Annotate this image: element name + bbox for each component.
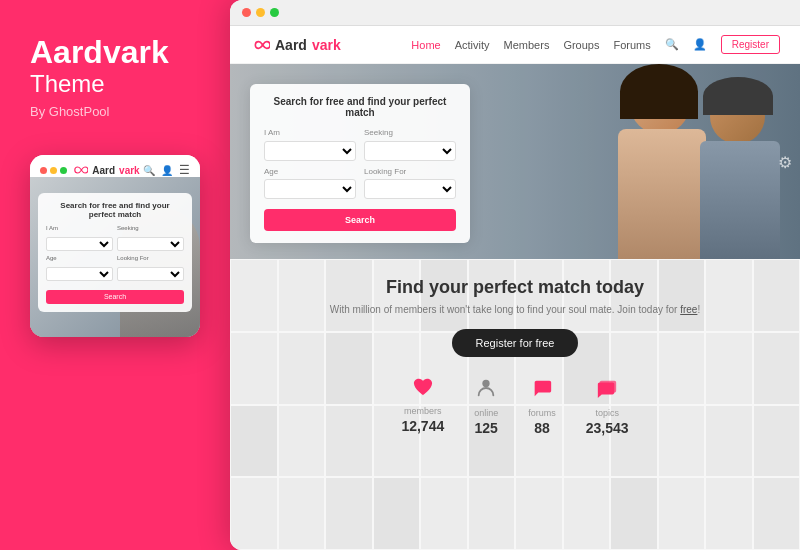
hero-looking-select[interactable] (364, 179, 456, 199)
brand-by: By GhostPool (30, 104, 110, 119)
desktop-nav-links: Home Activity Members Groups Forums 🔍 👤 … (411, 35, 780, 54)
hero-woman-hair (620, 64, 698, 119)
register-free-button[interactable]: Register for free (452, 329, 579, 357)
mobile-age-group: Age (46, 255, 113, 281)
mobile-window-controls (40, 167, 67, 174)
profile-cell (563, 477, 611, 550)
hero-section: Search for free and find your perfect ma… (230, 64, 800, 259)
mobile-nav-icons: 🔍 👤 ☰ (143, 163, 190, 177)
mobile-menu-icon[interactable]: ☰ (179, 163, 190, 177)
hero-man (695, 79, 785, 259)
mobile-hero: Search for free and find your perfect ma… (30, 177, 200, 337)
right-panel: Aardvark Home Activity Members Groups Fo… (230, 0, 800, 550)
desktop-infinity-icon (250, 39, 270, 51)
nav-link-groups[interactable]: Groups (563, 39, 599, 51)
profile-cell (420, 477, 468, 550)
mobile-i-am-group: I Am (46, 225, 113, 251)
hero-man-body (700, 141, 780, 259)
desktop-logo-black: Aard (275, 37, 307, 53)
stat-topics: topics 23,543 (586, 377, 629, 436)
mobile-looking-group: Looking For (117, 255, 184, 281)
topics-label: topics (595, 408, 619, 418)
lower-section: Find your perfect match today With milli… (230, 259, 800, 550)
user-icon (475, 377, 497, 404)
profile-cell (658, 477, 706, 550)
profile-cell (705, 477, 753, 550)
online-label: online (474, 408, 498, 418)
gear-icon[interactable]: ⚙ (778, 152, 792, 171)
profile-cell (610, 477, 658, 550)
profile-cell (230, 477, 278, 550)
browser-dot-red[interactable] (242, 8, 251, 17)
mobile-seeking-label: Seeking (117, 225, 184, 231)
svg-point-0 (483, 380, 490, 387)
hero-search-title: Search for free and find your perfect ma… (264, 96, 456, 118)
heart-icon (412, 377, 434, 402)
online-count: 125 (475, 420, 498, 436)
mobile-user-icon[interactable]: 👤 (161, 165, 173, 176)
hero-i-am-select[interactable] (264, 141, 356, 161)
mobile-top-bar: Aardvark 🔍 👤 ☰ (30, 155, 200, 177)
nav-link-members[interactable]: Members (504, 39, 550, 51)
mobile-search-icon[interactable]: 🔍 (143, 165, 155, 176)
mobile-seeking-select[interactable] (117, 237, 184, 251)
profile-cell (753, 477, 801, 550)
nav-register-button[interactable]: Register (721, 35, 780, 54)
nav-link-activity[interactable]: Activity (455, 39, 490, 51)
mobile-form-row-1: I Am Seeking (46, 225, 184, 251)
profile-cell (325, 477, 373, 550)
hero-search-button[interactable]: Search (264, 209, 456, 231)
mobile-looking-label: Looking For (117, 255, 184, 261)
mobile-infinity-icon (70, 165, 88, 175)
nav-link-forums[interactable]: Forums (613, 39, 650, 51)
forums-count: 88 (534, 420, 550, 436)
stat-online: online 125 (474, 377, 498, 436)
forums-label: forums (528, 408, 556, 418)
chat-icon (531, 377, 553, 404)
browser-chrome (230, 0, 800, 26)
mobile-logo-pink: vark (119, 165, 140, 176)
mobile-search-button[interactable]: Search (46, 290, 184, 304)
hero-age-group: Age (264, 167, 356, 200)
mobile-age-label: Age (46, 255, 113, 261)
hero-form-row-2: Age Looking For (264, 167, 456, 200)
desktop-nav: Aardvark Home Activity Members Groups Fo… (230, 26, 800, 64)
mobile-form-row-2: Age Looking For (46, 255, 184, 281)
mobile-looking-select[interactable] (117, 267, 184, 281)
mobile-i-am-select[interactable] (46, 237, 113, 251)
desktop-logo-pink: vark (312, 37, 341, 53)
hero-seeking-label: Seeking (364, 128, 456, 137)
hero-age-select[interactable] (264, 179, 356, 199)
members-count: 12,744 (401, 418, 444, 434)
mobile-i-am-label: I Am (46, 225, 113, 231)
browser-dot-yellow[interactable] (256, 8, 265, 17)
profile-cell (515, 477, 563, 550)
find-match-subtitle: With million of members it won't take lo… (250, 304, 780, 315)
find-match-title: Find your perfect match today (250, 277, 780, 298)
browser-dot-green[interactable] (270, 8, 279, 17)
mobile-dot-red (40, 167, 47, 174)
lower-content: Find your perfect match today With milli… (250, 277, 780, 436)
left-panel: Aardvark Theme By GhostPool Aardvark 🔍 👤… (0, 0, 230, 550)
mobile-dot-yellow (50, 167, 57, 174)
profile-cell (278, 477, 326, 550)
hero-looking-label: Looking For (364, 167, 456, 176)
nav-search-icon[interactable]: 🔍 (665, 38, 679, 51)
mobile-seeking-group: Seeking (117, 225, 184, 251)
brand-title: Aardvark Theme (30, 35, 169, 104)
mobile-dot-green (60, 167, 67, 174)
topics-count: 23,543 (586, 420, 629, 436)
nav-link-home[interactable]: Home (411, 39, 440, 51)
hero-search-form: Search for free and find your perfect ma… (250, 84, 470, 243)
hero-form-row-1: I Am Seeking (264, 128, 456, 161)
mobile-age-select[interactable] (46, 267, 113, 281)
hero-woman-body (618, 129, 706, 259)
stats-row: members 12,744 online 125 (250, 377, 780, 436)
hero-seeking-select[interactable] (364, 141, 456, 161)
website-content: Aardvark Home Activity Members Groups Fo… (230, 26, 800, 550)
hero-i-am-label: I Am (264, 128, 356, 137)
mobile-logo-black: Aard (92, 165, 115, 176)
hero-man-hat (703, 77, 773, 115)
chat2-icon (596, 377, 618, 404)
nav-user-icon[interactable]: 👤 (693, 38, 707, 51)
